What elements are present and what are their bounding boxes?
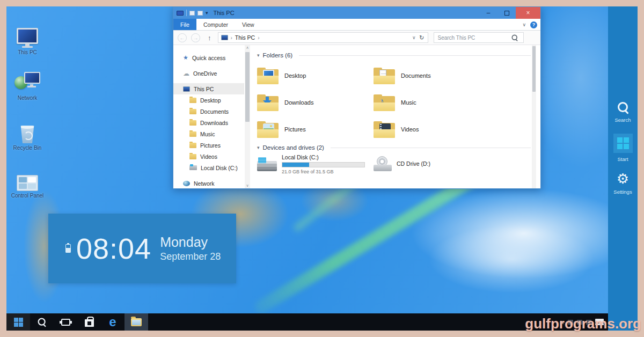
this-pc-app-icon [177, 11, 184, 16]
network-icon [14, 71, 40, 93]
desktop-icon-control-panel[interactable]: Control Panel [8, 167, 47, 199]
refresh-icon[interactable]: ↻ [419, 34, 424, 41]
folder-tile-downloads[interactable]: Downloads [257, 89, 374, 116]
maximize-button[interactable] [497, 7, 516, 19]
computer-icon [17, 28, 38, 44]
nav-scrollbar[interactable]: ∧ ∨ [245, 45, 250, 188]
back-button[interactable]: ← [178, 33, 187, 42]
navigation-pane: ★ Quick access ☁ OneDrive This PC Deskto… [173, 45, 244, 188]
drive-label: Local Disk (C:) [282, 154, 365, 160]
desktop-icon-network[interactable]: Network [8, 70, 47, 101]
scroll-up-icon[interactable]: ∧ [246, 45, 248, 50]
minimize-button[interactable]: – [479, 7, 497, 19]
search-input[interactable] [438, 35, 513, 41]
content-scrollbar[interactable] [532, 45, 536, 188]
folder-tile-music[interactable]: ♪ Music [374, 89, 490, 116]
charm-start-label: Start [617, 156, 628, 162]
forward-button[interactable]: → [191, 33, 200, 42]
tab-computer[interactable]: Computer [196, 19, 235, 30]
folder-icon [257, 68, 279, 84]
wallpaper-stem [252, 172, 480, 316]
qat-dropdown-icon[interactable]: ▾ [206, 10, 208, 16]
folder-icon [131, 318, 142, 326]
folder-icon [189, 154, 196, 159]
folders-group-header[interactable]: ▾ Folders (6) [257, 52, 531, 58]
desktop: This PC Network Recycle Bin Control Pane… [6, 6, 638, 331]
collapse-icon[interactable]: ▾ [257, 145, 260, 150]
folder-icon [189, 109, 196, 114]
cloud-icon: ☁ [183, 70, 189, 77]
content-pane: ▾ Folders (6) Desktop Documents [254, 45, 536, 188]
start-button[interactable] [6, 313, 30, 331]
computer-icon [183, 86, 190, 92]
cd-drive-icon [374, 156, 392, 171]
desktop-icon-recycle-bin[interactable]: Recycle Bin [8, 120, 47, 151]
this-pc-crumb-icon [221, 35, 228, 40]
title-bar[interactable]: ▾ This PC – × [173, 7, 540, 19]
folder-icon [189, 120, 196, 126]
scroll-down-icon[interactable]: ∨ [246, 183, 248, 188]
disk-icon [189, 165, 197, 170]
folder-tile-videos[interactable]: Videos [374, 116, 490, 143]
folder-tile-desktop[interactable]: Desktop [257, 62, 374, 89]
devices-group-header[interactable]: ▾ Devices and drives (2) [257, 144, 531, 151]
nav-item-quick-access[interactable]: ★ Quick access [173, 52, 244, 63]
search-icon[interactable] [617, 101, 630, 114]
scrollbar-thumb[interactable] [245, 52, 250, 122]
folder-icon [257, 121, 279, 138]
nav-item-music[interactable]: Music [173, 128, 244, 140]
breadcrumb[interactable]: This PC [235, 34, 255, 41]
nav-item-network[interactable]: Network [173, 178, 244, 189]
nav-item-onedrive[interactable]: ☁ OneDrive [173, 68, 244, 79]
scrollbar-thumb[interactable] [532, 46, 536, 92]
qat-button-1[interactable] [189, 11, 195, 16]
up-button[interactable]: ↑ [208, 34, 211, 42]
nav-item-documents[interactable]: Documents [173, 106, 244, 117]
qat-button-2[interactable] [197, 11, 203, 16]
close-button[interactable]: × [516, 7, 540, 19]
tab-file[interactable]: File [173, 19, 196, 30]
nav-item-desktop[interactable]: Desktop [173, 94, 244, 106]
windows-logo-icon [617, 137, 629, 149]
recycle-bin-icon [20, 125, 35, 143]
clock-time: 08:04 [76, 232, 151, 265]
ribbon-expand-icon[interactable]: ∨ [522, 22, 526, 27]
disk-usage-fill [282, 163, 309, 167]
battery-icon [65, 244, 71, 253]
file-explorer-button[interactable] [125, 313, 148, 331]
folder-tile-pictures[interactable]: Pictures [257, 116, 374, 143]
explorer-window: ▾ This PC – × File Computer View ∨ ? [173, 6, 541, 189]
search-icon [511, 34, 518, 41]
drive-tile-cd[interactable]: CD Drive (D:) [374, 156, 430, 171]
nav-item-downloads[interactable]: Downloads [173, 117, 244, 128]
nav-item-pictures[interactable]: Pictures [173, 140, 244, 151]
edge-icon: e [109, 316, 116, 328]
nav-item-local-disk[interactable]: Local Disk (C:) [173, 162, 244, 173]
start-charm[interactable] [613, 134, 633, 153]
quick-access-toolbar: ▾ [177, 10, 208, 16]
address-bar[interactable]: › This PC › ∨ ↻ [218, 32, 428, 43]
store-button[interactable] [77, 313, 101, 331]
gear-icon[interactable]: ⚙ [617, 172, 629, 186]
tab-view[interactable]: View [235, 19, 261, 30]
network-icon [183, 181, 190, 186]
star-icon: ★ [183, 54, 188, 61]
address-toolbar: ← → ↑ › This PC › ∨ ↻ [173, 31, 540, 45]
charm-search-label: Search [614, 117, 631, 123]
help-icon[interactable]: ? [530, 21, 537, 28]
taskbar-search-button[interactable] [30, 313, 54, 331]
task-view-icon [61, 319, 70, 326]
collapse-icon[interactable]: ▾ [257, 53, 260, 58]
desktop-icon-this-pc[interactable]: This PC [8, 24, 47, 55]
nav-item-videos[interactable]: Videos [173, 151, 244, 162]
folder-icon [189, 143, 196, 148]
edge-button[interactable]: e [101, 313, 125, 331]
folder-tile-documents[interactable]: Documents [374, 62, 490, 89]
search-box[interactable] [434, 32, 524, 43]
task-view-button[interactable] [54, 313, 77, 331]
clock-day: Monday [160, 235, 221, 250]
address-dropdown-icon[interactable]: ∨ [412, 35, 416, 40]
drive-tile-local-disk[interactable]: Local Disk (C:) 21.0 GB free of 31.5 GB [257, 154, 374, 174]
nav-item-this-pc[interactable]: This PC [173, 83, 244, 94]
windows-logo-icon [14, 318, 23, 327]
